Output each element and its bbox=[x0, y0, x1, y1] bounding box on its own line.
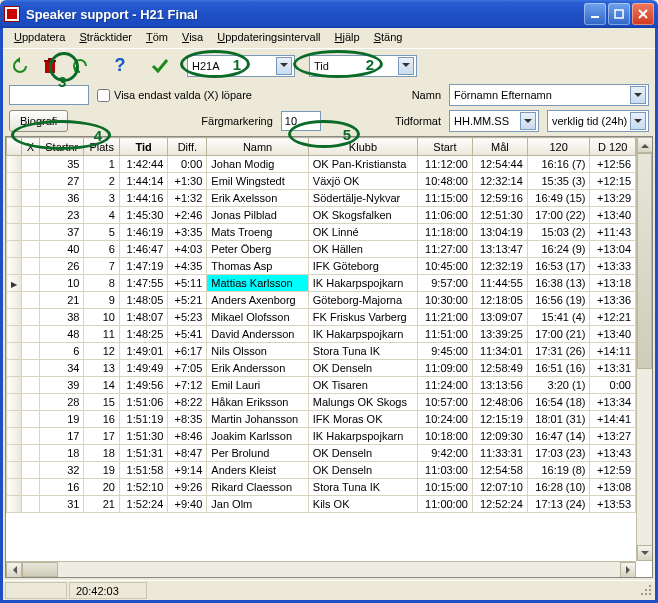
cell-tid[interactable]: 1:51:30 bbox=[119, 428, 167, 445]
cell-startnr[interactable]: 26 bbox=[40, 258, 84, 275]
cell-startnr[interactable]: 6 bbox=[40, 343, 84, 360]
cell-plats[interactable]: 1 bbox=[84, 156, 119, 173]
chevron-down-icon[interactable] bbox=[520, 112, 536, 130]
cell-c120[interactable]: 16:51 (16) bbox=[527, 360, 590, 377]
cell-mal[interactable]: 12:32:14 bbox=[472, 173, 527, 190]
cell-diff[interactable]: +3:35 bbox=[168, 224, 207, 241]
row-header[interactable] bbox=[7, 462, 22, 479]
cell-tid[interactable]: 1:44:16 bbox=[119, 190, 167, 207]
menu-stang[interactable]: Stäng bbox=[369, 30, 408, 46]
cell-plats[interactable]: 6 bbox=[84, 241, 119, 258]
cell-c120[interactable]: 16:54 (18) bbox=[527, 394, 590, 411]
cell-klubb[interactable]: Växjö OK bbox=[308, 173, 417, 190]
cell-start[interactable]: 11:24:00 bbox=[418, 377, 473, 394]
cell-namn[interactable]: Håkan Eriksson bbox=[207, 394, 308, 411]
row-header-corner[interactable] bbox=[7, 138, 22, 156]
row-header[interactable] bbox=[7, 343, 22, 360]
cell-c120[interactable]: 15:41 (4) bbox=[527, 309, 590, 326]
cell-d120[interactable]: +13:53 bbox=[590, 496, 636, 513]
cell-tid[interactable]: 1:51:58 bbox=[119, 462, 167, 479]
cell-startnr[interactable]: 28 bbox=[40, 394, 84, 411]
row-header[interactable] bbox=[7, 360, 22, 377]
cell-tid[interactable]: 1:47:55 bbox=[119, 275, 167, 292]
cell-d120[interactable]: +13:27 bbox=[590, 428, 636, 445]
table-row[interactable]: 39141:49:56+7:12Emil LauriOK Tisaren11:2… bbox=[7, 377, 636, 394]
cell-mal[interactable]: 11:34:01 bbox=[472, 343, 527, 360]
cell-c120[interactable]: 3:20 (1) bbox=[527, 377, 590, 394]
cell-mal[interactable]: 12:09:30 bbox=[472, 428, 527, 445]
table-row[interactable]: 31211:52:24+9:40Jan OlmKils OK11:00:0012… bbox=[7, 496, 636, 513]
namn-combo[interactable]: Förnamn Efternamn bbox=[449, 84, 649, 106]
cell-tid[interactable]: 1:42:44 bbox=[119, 156, 167, 173]
cell-startnr[interactable]: 10 bbox=[40, 275, 84, 292]
chevron-down-icon[interactable] bbox=[276, 57, 292, 75]
cell-start[interactable]: 10:45:00 bbox=[418, 258, 473, 275]
cell-x[interactable] bbox=[22, 479, 40, 496]
cell-mal[interactable]: 13:39:25 bbox=[472, 326, 527, 343]
table-row[interactable]: 18181:51:31+8:47Per BrolundOK Denseln9:4… bbox=[7, 445, 636, 462]
cell-c120[interactable]: 18:01 (31) bbox=[527, 411, 590, 428]
check-icon[interactable] bbox=[147, 54, 173, 78]
col-startnr[interactable]: Startnr bbox=[40, 138, 84, 156]
cell-x[interactable] bbox=[22, 173, 40, 190]
cell-x[interactable] bbox=[22, 156, 40, 173]
cell-startnr[interactable]: 31 bbox=[40, 496, 84, 513]
cell-diff[interactable]: +1:30 bbox=[168, 173, 207, 190]
cell-namn[interactable]: David Andersson bbox=[207, 326, 308, 343]
cell-klubb[interactable]: OK Linné bbox=[308, 224, 417, 241]
cell-namn[interactable]: Mattias Karlsson bbox=[207, 275, 308, 292]
cell-x[interactable] bbox=[22, 428, 40, 445]
cell-c120[interactable]: 16:47 (14) bbox=[527, 428, 590, 445]
cell-plats[interactable]: 18 bbox=[84, 445, 119, 462]
cell-mal[interactable]: 12:07:10 bbox=[472, 479, 527, 496]
cell-diff[interactable]: +9:14 bbox=[168, 462, 207, 479]
cell-d120[interactable]: +13:34 bbox=[590, 394, 636, 411]
show-selected-checkbox-box[interactable] bbox=[97, 89, 110, 102]
cell-c120[interactable]: 16:56 (19) bbox=[527, 292, 590, 309]
table-row[interactable]: 2721:44:14+1:30Emil WingstedtVäxjö OK10:… bbox=[7, 173, 636, 190]
cell-mal[interactable]: 13:04:19 bbox=[472, 224, 527, 241]
cell-klubb[interactable]: FK Friskus Varberg bbox=[308, 309, 417, 326]
scroll-down-icon[interactable] bbox=[637, 545, 653, 561]
row-header[interactable] bbox=[7, 479, 22, 496]
menu-uppdateringsintervall[interactable]: Uppdateringsintervall bbox=[212, 30, 325, 46]
cell-namn[interactable]: Nils Olsson bbox=[207, 343, 308, 360]
cell-tid[interactable]: 1:51:31 bbox=[119, 445, 167, 462]
cell-d120[interactable]: +13:08 bbox=[590, 479, 636, 496]
cell-diff[interactable]: +8:47 bbox=[168, 445, 207, 462]
row-header[interactable] bbox=[7, 190, 22, 207]
menu-uppdatera[interactable]: Uppdatera bbox=[9, 30, 70, 46]
cell-startnr[interactable]: 17 bbox=[40, 428, 84, 445]
cell-diff[interactable]: +5:23 bbox=[168, 309, 207, 326]
filter-input[interactable] bbox=[9, 85, 89, 105]
cell-mal[interactable]: 12:18:05 bbox=[472, 292, 527, 309]
cell-mal[interactable]: 12:59:16 bbox=[472, 190, 527, 207]
cell-start[interactable]: 11:03:00 bbox=[418, 462, 473, 479]
cell-d120[interactable]: +13:04 bbox=[590, 241, 636, 258]
col-mal[interactable]: Mål bbox=[472, 138, 527, 156]
row-header[interactable] bbox=[7, 292, 22, 309]
show-selected-checkbox[interactable]: Visa endast valda (X) löpare bbox=[97, 89, 252, 102]
cell-d120[interactable]: +13:33 bbox=[590, 258, 636, 275]
cell-x[interactable] bbox=[22, 326, 40, 343]
cell-diff[interactable]: +8:46 bbox=[168, 428, 207, 445]
row-header[interactable] bbox=[7, 156, 22, 173]
cell-namn[interactable]: Rikard Claesson bbox=[207, 479, 308, 496]
cell-startnr[interactable]: 38 bbox=[40, 309, 84, 326]
cell-plats[interactable]: 14 bbox=[84, 377, 119, 394]
menu-hjalp[interactable]: Hjälp bbox=[330, 30, 365, 46]
cell-x[interactable] bbox=[22, 394, 40, 411]
cell-klubb[interactable]: Stora Tuna IK bbox=[308, 343, 417, 360]
cell-start[interactable]: 11:27:00 bbox=[418, 241, 473, 258]
table-row[interactable]: 48111:48:25+5:41David AnderssonIK Hakarp… bbox=[7, 326, 636, 343]
cell-d120[interactable]: +12:59 bbox=[590, 462, 636, 479]
row-header[interactable] bbox=[7, 326, 22, 343]
cell-x[interactable] bbox=[22, 462, 40, 479]
cell-diff[interactable]: +5:11 bbox=[168, 275, 207, 292]
row-header[interactable] bbox=[7, 411, 22, 428]
cell-klubb[interactable]: IK Hakarpspojkarn bbox=[308, 275, 417, 292]
cell-start[interactable]: 10:48:00 bbox=[418, 173, 473, 190]
cell-startnr[interactable]: 32 bbox=[40, 462, 84, 479]
cell-d120[interactable]: +13:31 bbox=[590, 360, 636, 377]
cell-plats[interactable]: 4 bbox=[84, 207, 119, 224]
